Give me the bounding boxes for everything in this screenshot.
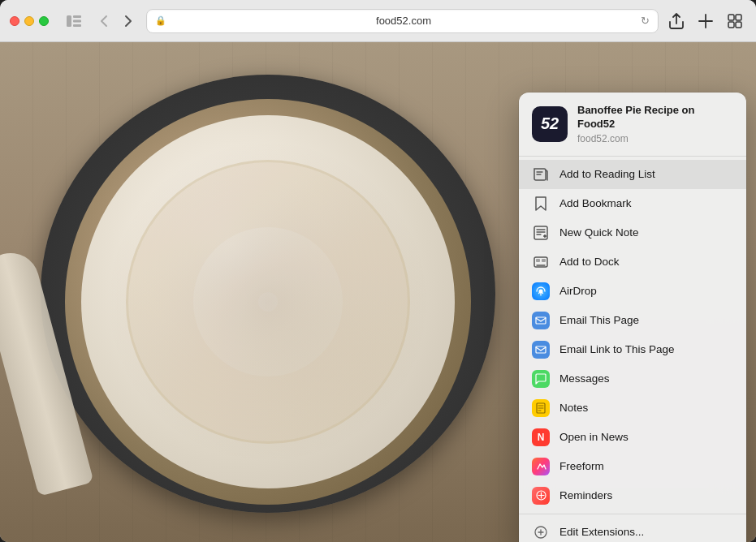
edit-extensions-icon [532, 523, 550, 541]
forward-button[interactable] [117, 10, 140, 32]
pie-spiral [126, 160, 410, 444]
svg-rect-5 [736, 15, 741, 20]
email-link-icon [532, 341, 550, 359]
svg-rect-0 [67, 15, 71, 27]
news-icon: N [532, 428, 550, 446]
freeform-icon [532, 458, 550, 475]
site-url: food52.com [577, 133, 733, 144]
menu-item-freeform[interactable]: Freeform [519, 452, 746, 481]
traffic-lights [10, 16, 49, 26]
lock-icon: 🔒 [155, 15, 166, 26]
menu-item-airdrop[interactable]: AirDrop [519, 277, 746, 306]
email-link-label: Email Link to This Page [559, 343, 675, 355]
url-display: food52.com [171, 15, 636, 27]
menu-item-add-dock[interactable]: Add to Dock [519, 247, 746, 277]
bookmark-icon [532, 195, 550, 213]
svg-rect-10 [536, 259, 540, 262]
svg-rect-11 [542, 259, 546, 262]
svg-rect-6 [728, 22, 734, 28]
edit-extensions-item[interactable]: Edit Extensions... [519, 518, 746, 542]
messages-icon [532, 370, 550, 388]
freeform-label: Freeform [559, 460, 604, 472]
menu-item-quick-note[interactable]: New Quick Note [519, 218, 746, 247]
notes-label: Notes [559, 402, 588, 414]
add-dock-icon [532, 253, 550, 271]
tabs-overview-button[interactable] [724, 10, 746, 32]
menu-item-email-link[interactable]: Email Link to This Page [519, 335, 746, 364]
share-popup: 52 Banoffee Pie Recipe on Food52 food52.… [519, 92, 746, 542]
back-button[interactable] [93, 10, 115, 32]
site-logo: 52 [532, 106, 568, 142]
news-label: Open in News [559, 431, 629, 443]
email-page-icon [532, 312, 550, 329]
content-area: 52 Banoffee Pie Recipe on Food52 food52.… [0, 42, 756, 542]
site-title: Banoffee Pie Recipe on Food52 [577, 104, 733, 131]
menu-item-notes[interactable]: Notes [519, 394, 746, 423]
menu-item-reminders[interactable]: Reminders [519, 481, 746, 510]
svg-rect-13 [536, 317, 546, 324]
sidebar-toggle-button[interactable] [62, 12, 86, 30]
svg-rect-14 [536, 346, 546, 353]
notes-icon [532, 399, 550, 417]
airdrop-label: AirDrop [559, 285, 597, 297]
edit-extensions-label: Edit Extensions... [559, 526, 644, 538]
minimize-button[interactable] [24, 16, 34, 26]
airdrop-icon [532, 282, 550, 300]
email-page-label: Email This Page [559, 314, 639, 326]
share-button[interactable] [665, 10, 688, 32]
svg-rect-7 [736, 22, 741, 28]
quick-note-icon [532, 224, 550, 242]
reading-list-label: Add to Reading List [559, 168, 655, 180]
reading-list-icon [532, 166, 550, 183]
bookmark-label: Add Bookmark [559, 197, 632, 209]
browser-toolbar: 🔒 food52.com ↻ [0, 0, 756, 42]
close-button[interactable] [10, 16, 19, 26]
popup-header: 52 Banoffee Pie Recipe on Food52 food52.… [519, 92, 746, 157]
reminders-label: Reminders [559, 489, 612, 501]
reload-button[interactable]: ↻ [641, 15, 650, 27]
menu-divider [519, 514, 746, 514]
menu-list: Add to Reading List Add Bookmark [519, 157, 746, 542]
nav-buttons [93, 10, 140, 32]
new-tab-button[interactable] [694, 10, 717, 32]
menu-item-bookmark[interactable]: Add Bookmark [519, 189, 746, 218]
menu-item-news[interactable]: N Open in News [519, 423, 746, 452]
svg-rect-2 [73, 19, 81, 22]
menu-item-reading-list[interactable]: Add to Reading List [519, 160, 746, 189]
menu-item-email-page[interactable]: Email This Page [519, 306, 746, 335]
maximize-button[interactable] [39, 16, 49, 26]
add-dock-label: Add to Dock [559, 256, 620, 268]
toolbar-actions [665, 10, 746, 32]
reminders-icon [532, 487, 550, 505]
site-info: Banoffee Pie Recipe on Food52 food52.com [577, 104, 733, 144]
messages-label: Messages [559, 372, 610, 385]
address-bar[interactable]: 🔒 food52.com ↻ [146, 9, 659, 33]
svg-rect-1 [73, 15, 81, 18]
svg-rect-3 [73, 24, 81, 27]
quick-note-label: New Quick Note [559, 226, 639, 239]
menu-item-messages[interactable]: Messages [519, 364, 746, 394]
browser-window: 🔒 food52.com ↻ [0, 0, 756, 542]
svg-rect-4 [728, 15, 734, 20]
